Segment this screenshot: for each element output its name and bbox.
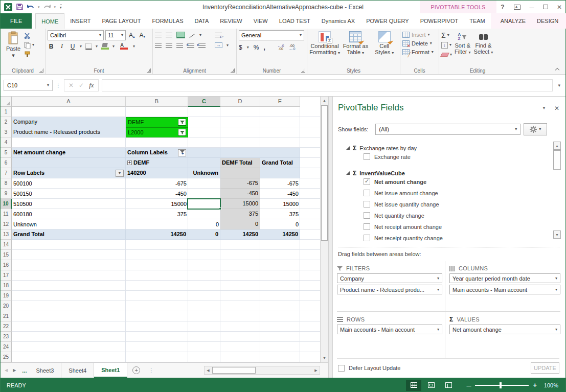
cell-D13[interactable]: 14250 bbox=[220, 229, 260, 240]
sheet-tab-sheet3[interactable]: Sheet3 bbox=[29, 363, 61, 378]
cell-C5[interactable] bbox=[188, 148, 220, 158]
cell-B7[interactable]: 140200 bbox=[126, 168, 188, 178]
pane-options-icon[interactable] bbox=[542, 105, 546, 110]
tab-analyze[interactable]: ANALYZE bbox=[495, 13, 531, 29]
cell-A9[interactable]: 500150 bbox=[12, 189, 126, 199]
cell-E5[interactable] bbox=[260, 148, 300, 158]
checkbox-icon[interactable] bbox=[364, 223, 370, 230]
minimize-icon[interactable] bbox=[528, 4, 536, 11]
defer-layout-checkbox[interactable] bbox=[338, 365, 345, 372]
tab-dynamics-ax[interactable]: Dynamics AX bbox=[316, 13, 360, 29]
zoom-level[interactable]: 100% bbox=[541, 382, 558, 388]
field-item[interactable]: Net issue amount change bbox=[338, 189, 551, 197]
scroll-down-icon[interactable]: ▼ bbox=[553, 230, 561, 239]
conditional-formatting-button[interactable]: ≠ ConditionalFormatting bbox=[309, 30, 340, 66]
grow-font-button[interactable]: A bbox=[127, 32, 137, 39]
cell-E13[interactable]: 14250 bbox=[260, 229, 300, 240]
confirm-entry-icon[interactable] bbox=[79, 82, 84, 89]
page-break-view-button[interactable] bbox=[441, 380, 456, 391]
decrease-indent-icon[interactable] bbox=[187, 43, 194, 48]
row-header-23[interactable]: 23 bbox=[1, 332, 12, 342]
cell-A2[interactable]: Company bbox=[12, 117, 126, 127]
cut-button[interactable] bbox=[24, 32, 34, 39]
top-align-icon[interactable] bbox=[155, 33, 162, 37]
select-all-corner[interactable] bbox=[1, 97, 12, 107]
scroll-right-icon[interactable]: ▶ bbox=[312, 366, 320, 374]
next-sheet-icon[interactable]: ▶ bbox=[13, 368, 16, 373]
new-sheet-button[interactable]: + bbox=[127, 363, 145, 378]
tab-formulas[interactable]: FORMULAS bbox=[146, 13, 189, 29]
show-fields-combo[interactable]: (All) bbox=[375, 124, 520, 135]
tab-page-layout[interactable]: PAGE LAYOUT bbox=[96, 13, 146, 29]
cell-A3[interactable]: Product name - Released products bbox=[12, 127, 126, 137]
filters-field-product[interactable]: Product name - Released produ... bbox=[337, 285, 442, 294]
italic-button[interactable]: I bbox=[58, 42, 65, 50]
cell-C12[interactable]: 0 bbox=[188, 219, 220, 229]
cell-B11[interactable]: 375 bbox=[126, 209, 188, 219]
insert-function-icon[interactable]: fx bbox=[89, 81, 94, 89]
cell-B6[interactable]: DEMF bbox=[126, 158, 188, 168]
middle-align-icon[interactable] bbox=[166, 33, 172, 37]
field-group[interactable]: Σ Exchange rates by day bbox=[338, 144, 551, 152]
row-header-22[interactable]: 22 bbox=[1, 321, 12, 332]
columns-field-date[interactable]: Year quarter period month date bbox=[449, 273, 560, 283]
rows-field-main-account[interactable]: Main accounts - Main account bbox=[337, 325, 442, 334]
cell-D11[interactable]: 375 bbox=[220, 209, 260, 219]
sheet-tab-sheet4[interactable]: Sheet4 bbox=[61, 363, 94, 378]
pane-close-icon[interactable] bbox=[554, 105, 559, 112]
cell-B2[interactable]: DEMF bbox=[126, 117, 188, 127]
columns-field-main-account[interactable]: Main accounts - Main account bbox=[449, 285, 560, 294]
cell-E12[interactable]: 0 bbox=[260, 219, 300, 229]
clear-button[interactable] bbox=[441, 51, 452, 59]
font-size-combo[interactable]: 11 bbox=[105, 30, 126, 40]
increase-indent-icon[interactable] bbox=[198, 43, 206, 48]
tab-home[interactable]: HOME bbox=[35, 13, 64, 29]
column-header-C[interactable]: C bbox=[188, 97, 220, 107]
cell-B8[interactable]: -675 bbox=[126, 178, 188, 189]
orientation-dropdown-icon[interactable] bbox=[199, 33, 201, 37]
tab-design[interactable]: DESIGN bbox=[531, 13, 564, 29]
alignment-dialog-launcher-icon[interactable] bbox=[231, 68, 235, 73]
column-labels-filter-icon[interactable] bbox=[178, 149, 186, 156]
cell-A11[interactable]: 600180 bbox=[12, 209, 126, 219]
bottom-align-icon[interactable] bbox=[176, 32, 185, 38]
column-header-E[interactable]: E bbox=[260, 97, 300, 107]
tab-insert[interactable]: INSERT bbox=[64, 13, 96, 29]
cell-D6[interactable]: DEMF Total bbox=[220, 158, 260, 168]
field-item[interactable]: Net amount change bbox=[338, 177, 551, 186]
zoom-in-icon[interactable] bbox=[533, 381, 537, 389]
expand-formula-bar-icon[interactable] bbox=[556, 83, 562, 88]
number-dialog-launcher-icon[interactable] bbox=[301, 68, 305, 73]
filters-field-company[interactable]: Company bbox=[337, 273, 442, 283]
cell-E8[interactable]: -675 bbox=[260, 178, 300, 189]
cancel-entry-icon[interactable] bbox=[69, 82, 74, 89]
horizontal-scrollbar[interactable]: ◀ ▶ bbox=[204, 366, 320, 375]
scroll-left-icon[interactable]: ◀ bbox=[205, 366, 212, 374]
cell-B5[interactable]: Column Labels bbox=[126, 148, 188, 158]
increase-decimal-button[interactable]: ←.0.00 bbox=[278, 44, 284, 51]
checkbox-icon[interactable] bbox=[364, 212, 370, 219]
cell-B13[interactable]: 14250 bbox=[126, 229, 188, 240]
row-header-25[interactable]: 25 bbox=[1, 352, 12, 362]
cell-E6[interactable]: Grand Total bbox=[260, 158, 300, 168]
update-button[interactable]: UPDATE bbox=[531, 362, 559, 374]
bold-button[interactable]: B bbox=[48, 43, 55, 50]
zoom-out-icon[interactable] bbox=[466, 382, 471, 388]
field-item[interactable]: Net receipt quantity change bbox=[338, 234, 551, 242]
font-name-combo[interactable]: Calibri bbox=[48, 30, 104, 40]
row-header-18[interactable]: 18 bbox=[1, 281, 12, 291]
field-item[interactable]: Exchange rate bbox=[338, 152, 551, 161]
row-header-14[interactable]: 14 bbox=[1, 240, 12, 250]
row-header-16[interactable]: 16 bbox=[1, 260, 12, 270]
tools-gear-button[interactable] bbox=[524, 123, 547, 135]
field-group[interactable]: Σ InventValueCube bbox=[338, 169, 551, 177]
paste-button[interactable]: Paste bbox=[3, 30, 24, 66]
zoom-slider[interactable] bbox=[475, 385, 529, 386]
cell-D12[interactable]: 0 bbox=[220, 219, 260, 229]
collapse-triangle-icon[interactable] bbox=[346, 171, 350, 175]
delete-cells-button[interactable]: ✕Delete bbox=[402, 40, 437, 47]
checkbox-icon[interactable] bbox=[364, 190, 370, 196]
row-header-19[interactable]: 19 bbox=[1, 291, 12, 301]
tab-load-test[interactable]: LOAD TEST bbox=[274, 13, 316, 29]
row-header-11[interactable]: 11 bbox=[1, 209, 12, 219]
